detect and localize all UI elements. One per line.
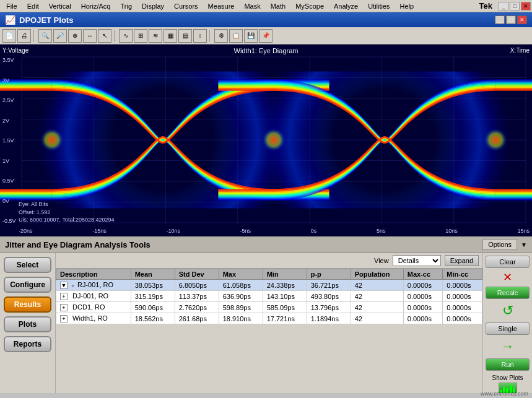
cell-stddev: 6.8050ps [175, 280, 219, 291]
scope-info-line1: Eye: All Bits [19, 201, 114, 209]
reports-button[interactable]: Reports [4, 336, 51, 352]
menu-item-display[interactable]: Display [137, 1, 169, 11]
single-button[interactable]: Single [486, 322, 530, 335]
plots-button[interactable]: Plots [4, 316, 51, 332]
menu-item-analyze[interactable]: Analyze [329, 1, 363, 11]
toolbar-zoom-fit[interactable]: ⊕ [68, 29, 82, 43]
cell-description: + DCD1, RO [56, 302, 131, 313]
scope-y-label: Y:Voltage [2, 47, 28, 54]
toolbar-pin[interactable]: 📌 [259, 29, 273, 43]
cell-min: 24.338ps [263, 280, 307, 291]
run-arrow-icon[interactable]: → [501, 339, 515, 355]
cell-description: ▼ ● RJ-001, RO [56, 280, 131, 291]
menu-item-myscope[interactable]: MyScope [290, 1, 329, 11]
menu-item-math[interactable]: Math [266, 1, 290, 11]
toolbar-measure[interactable]: ≋ [149, 29, 162, 43]
scope-x-label: X:Time [510, 47, 530, 54]
menu-item-vertical[interactable]: Vertical [44, 1, 76, 11]
toolbar-waveform[interactable]: ∿ [119, 29, 133, 43]
clear-button[interactable]: Clear [486, 256, 530, 268]
right-actions: Clear ✕ Recalc ↺ Single → Run Show Plots [482, 253, 532, 393]
cell-max: 636.90ps [219, 291, 263, 302]
scope-title: Width1: Eye Diagram [234, 47, 299, 54]
toolbar-new[interactable]: 📄 [2, 29, 16, 43]
x-axis-label: -5ns [240, 228, 251, 234]
options-button[interactable]: Options [482, 239, 517, 250]
col-max-cc: Max-cc [403, 269, 443, 280]
cell-pp: 36.721ps [307, 280, 351, 291]
toolbar-vertical[interactable]: ▦ [164, 29, 177, 43]
toolbar-pan[interactable]: ↔ [83, 29, 97, 43]
sidebar-buttons: Select Configure Results Plots Reports [0, 253, 56, 393]
toolbar-zoom-in[interactable]: 🔍 [38, 29, 52, 43]
expand-icon[interactable]: + [60, 315, 68, 322]
menu-item-trig[interactable]: Trig [115, 1, 137, 11]
menu-item-help[interactable]: Help [395, 1, 419, 11]
scope-info: Eye: All Bits Offset: 1.592 Uis: 6000:10… [19, 201, 114, 224]
y-axis-label: -0.5V [2, 218, 16, 224]
col-max: Max [219, 269, 263, 280]
view-select[interactable]: Details Summary [393, 255, 441, 266]
configure-button[interactable]: Configure [4, 277, 51, 293]
toolbar-horizontal[interactable]: ▤ [178, 29, 192, 43]
table-row[interactable]: + DCD1, RO 590.06ps 2.7620ps 598.89ps 58… [56, 302, 482, 313]
cell-min-cc: 0.0000s [443, 313, 482, 324]
menu-item-horiz[interactable]: Horiz/Acq [76, 1, 116, 11]
col-min: Min [263, 269, 307, 280]
table-scroll[interactable]: Description Mean Std Dev Max Min p-p Pop… [56, 269, 482, 393]
cell-mean: 38.053ps [131, 280, 175, 291]
results-button[interactable]: Results [4, 296, 51, 313]
cell-population: 42 [351, 291, 403, 302]
toolbar-trigger[interactable]: ↕ [193, 29, 207, 43]
expand-button[interactable]: Expand [445, 255, 479, 266]
toolbar-print[interactable]: 🖨 [17, 29, 31, 43]
expand-icon[interactable]: ▼ [60, 282, 68, 289]
run-button[interactable]: Run [486, 358, 530, 371]
col-stddev: Std Dev [175, 269, 219, 280]
close-button[interactable]: ✕ [521, 2, 531, 11]
recalc-icon[interactable]: ↺ [502, 303, 513, 319]
app-maximize-button[interactable]: □ [506, 15, 516, 24]
app-minimize-button[interactable]: _ [495, 15, 505, 24]
toolbar-grid[interactable]: ⊞ [134, 29, 147, 43]
minimize-button[interactable]: _ [499, 2, 508, 11]
view-label: View [374, 257, 389, 264]
maximize-button[interactable]: □ [510, 2, 520, 11]
table-row[interactable]: ▼ ● RJ-001, RO 38.053ps 6.8050ps 61.058p… [56, 280, 482, 291]
toolbar-save[interactable]: 💾 [244, 29, 258, 43]
toolbar-copy[interactable]: 📋 [229, 29, 243, 43]
data-table: Description Mean Std Dev Max Min p-p Pop… [56, 269, 482, 324]
y-axis-label: 3V [2, 77, 16, 84]
expand-icon[interactable]: + [60, 293, 68, 300]
col-description: Description [56, 269, 131, 280]
menu-item-file[interactable]: File [1, 1, 22, 11]
menu-item-utilities[interactable]: Utilities [363, 1, 395, 11]
x-axis-label: -10ns [166, 228, 180, 234]
select-button[interactable]: Select [4, 257, 51, 273]
x-mark-icon[interactable]: ✕ [503, 270, 512, 284]
menu-item-measure[interactable]: Measure [203, 1, 240, 11]
toolbar-settings[interactable]: ⚙ [214, 29, 228, 43]
recalc-button[interactable]: Recalc [486, 287, 530, 299]
cell-max-cc: 0.0000s [403, 280, 443, 291]
cell-description: + Width1, RO [56, 313, 131, 324]
toolbar: 📄 🖨 🔍 🔎 ⊕ ↔ ↖ ∿ ⊞ ≋ ▦ ▤ ↕ ⚙ 📋 💾 📌 [0, 27, 532, 45]
menu-item-edit[interactable]: Edit [22, 1, 44, 11]
main-area: View Details Summary Expand Description … [56, 253, 482, 393]
cell-min: 143.10ps [263, 291, 307, 302]
watermark: www.cntronics.com [481, 391, 528, 397]
expand-icon[interactable]: + [60, 304, 68, 311]
cell-pp: 13.796ps [307, 302, 351, 313]
table-row[interactable]: + Width1, RO 18.562ns 261.68ps 18.910ns … [56, 313, 482, 324]
menu-item-mask[interactable]: Mask [239, 1, 265, 11]
cell-pp: 1.1894ns [307, 313, 351, 324]
app-close-button[interactable]: ✕ [517, 15, 527, 24]
scope-info-line2: Offset: 1.592 [19, 209, 114, 217]
cell-max-cc: 0.0000s [403, 291, 443, 302]
y-axis-label: 2.5V [2, 97, 16, 103]
table-row[interactable]: + DJ-001, RO 315.19ps 113.37ps 636.90ps … [56, 291, 482, 302]
menu-item-cursors[interactable]: Cursors [169, 1, 203, 11]
toolbar-cursor[interactable]: ↖ [98, 29, 111, 43]
cell-stddev: 2.7620ps [175, 302, 219, 313]
toolbar-zoom-out[interactable]: 🔎 [53, 29, 67, 43]
